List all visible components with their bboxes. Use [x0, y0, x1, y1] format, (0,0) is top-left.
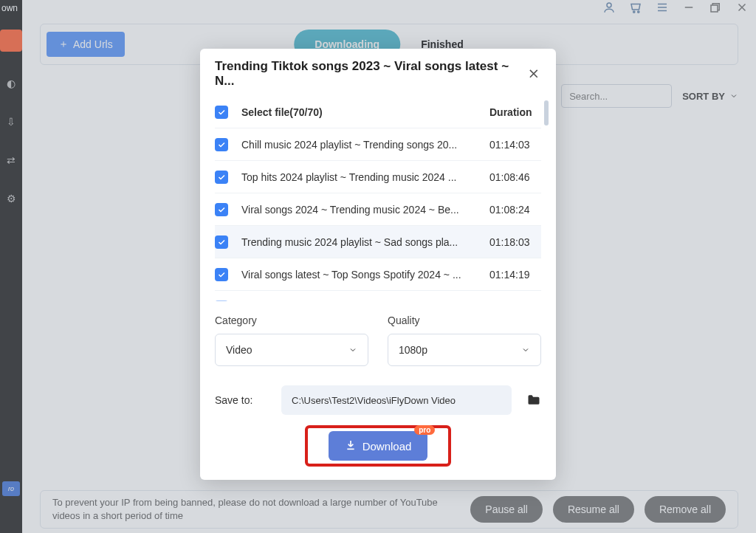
item-duration: 01:14:03 — [489, 139, 541, 151]
quality-select[interactable]: 1080p — [388, 334, 541, 366]
item-checkbox[interactable] — [215, 300, 228, 301]
list-item[interactable]: Viral songs 2024 ~ Trending music 2024 ~… — [215, 193, 541, 226]
item-title: Trending music 2024 playlist ~ Sad songs… — [241, 236, 476, 248]
item-checkbox[interactable] — [215, 235, 228, 249]
chevron-down-icon — [521, 345, 530, 354]
item-checkbox[interactable] — [215, 268, 228, 281]
save-to-label: Save to: — [215, 394, 267, 406]
item-title: Top hits 2024 playlist ~ Trending music … — [241, 171, 476, 183]
item-title: Chill music 2024 playlist ~ Trending son… — [241, 139, 476, 151]
download-label: Download — [362, 440, 412, 453]
pro-badge: pro — [414, 425, 435, 435]
category-label: Category — [215, 314, 368, 326]
list-item[interactable]: Chill music 2024 playlist ~ Trending son… — [215, 128, 541, 161]
item-title: Viral songs 2024 ~ Trending music 2024 ~… — [241, 204, 476, 216]
item-duration: 01:08:46 — [489, 171, 541, 183]
file-list-header: Select file(70/70) Duration — [215, 96, 541, 128]
save-to-row: Save to: C:\Users\Test2\Videos\iFlyDown … — [200, 366, 556, 415]
download-button[interactable]: Download pro — [329, 431, 428, 461]
select-all-checkbox[interactable] — [215, 106, 228, 119]
quality-value: 1080p — [399, 344, 427, 356]
file-list: Select file(70/70) Duration Chill music … — [200, 96, 556, 301]
item-checkbox[interactable] — [215, 203, 228, 216]
list-item[interactable]: Top hits 2024 playlist ~ Top Songs Spoti… — [215, 291, 541, 301]
chevron-down-icon — [348, 345, 357, 354]
category-value: Video — [226, 344, 252, 356]
select-file-label: Select file(70/70) — [241, 106, 476, 118]
item-duration: 01:08:24 — [489, 204, 541, 216]
download-highlight: Download pro — [305, 425, 452, 467]
item-title: Viral songs latest ~ Top Songs Spotify 2… — [241, 269, 476, 281]
modal-title: Trending Tiktok songs 2023 ~ Viral songs… — [215, 59, 526, 89]
duration-header: Duration — [489, 106, 541, 118]
format-row: Category Video Quality 1080p — [200, 301, 556, 366]
folder-icon[interactable] — [526, 393, 541, 408]
list-item[interactable]: Top hits 2024 playlist ~ Trending music … — [215, 161, 541, 193]
quality-label: Quality — [388, 314, 541, 326]
item-duration: 01:18:03 — [489, 236, 541, 248]
list-item[interactable]: Viral songs latest ~ Top Songs Spotify 2… — [215, 258, 541, 291]
item-checkbox[interactable] — [215, 138, 228, 151]
item-duration: 01:14:19 — [489, 269, 541, 281]
close-icon[interactable] — [526, 66, 541, 81]
save-path-field[interactable]: C:\Users\Test2\Videos\iFlyDown Video — [281, 385, 512, 415]
list-item[interactable]: Trending music 2024 playlist ~ Sad songs… — [215, 226, 541, 258]
download-modal: Trending Tiktok songs 2023 ~ Viral songs… — [200, 49, 556, 480]
download-button-wrap: Download pro — [200, 415, 556, 480]
download-arrow-icon — [345, 439, 357, 453]
item-checkbox[interactable] — [215, 171, 228, 184]
category-select[interactable]: Video — [215, 334, 368, 366]
scrollbar-thumb[interactable] — [544, 100, 549, 125]
